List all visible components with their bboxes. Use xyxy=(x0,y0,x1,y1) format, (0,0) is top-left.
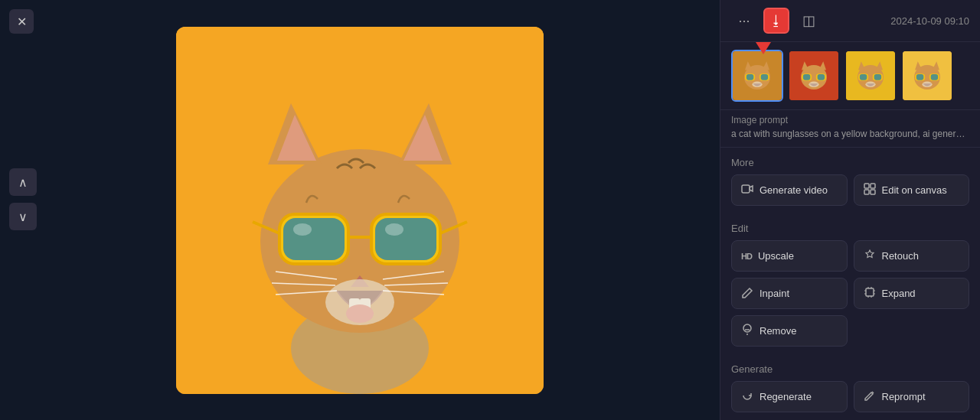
svg-point-35 xyxy=(752,82,762,88)
retouch-button[interactable]: Retouch xyxy=(854,240,970,272)
image-prompt-label: Image prompt xyxy=(720,110,980,129)
generate-buttons: Regenerate Reprompt xyxy=(720,381,980,420)
download-icon: ⭳ xyxy=(769,13,783,29)
main-area: ✕ ∧ ∨ xyxy=(0,0,720,420)
svg-rect-63 xyxy=(742,185,750,193)
svg-rect-66 xyxy=(864,190,869,194)
generate-video-label: Generate video xyxy=(760,184,828,196)
remove-label: Remove xyxy=(760,325,796,337)
regenerate-label: Regenerate xyxy=(760,391,812,402)
reprompt-label: Reprompt xyxy=(882,391,926,402)
svg-rect-11 xyxy=(375,218,436,260)
svg-rect-10 xyxy=(283,218,345,260)
inpaint-label: Inpaint xyxy=(760,288,789,299)
chevron-up-icon: ∧ xyxy=(18,175,28,190)
reprompt-icon xyxy=(864,389,876,404)
more-icon: ··· xyxy=(738,13,750,29)
more-button[interactable]: ··· xyxy=(731,8,757,34)
svg-point-53 xyxy=(865,82,875,88)
edit-buttons: HD Upscale Retouch Inpaint xyxy=(720,240,980,354)
regenerate-button[interactable]: Regenerate xyxy=(731,381,848,412)
expand-button[interactable]: Expand xyxy=(854,278,970,309)
section-generate-label: Generate xyxy=(720,354,980,381)
hd-icon: HD xyxy=(741,252,752,261)
video-icon xyxy=(741,183,753,197)
download-button[interactable]: ⭳ xyxy=(763,8,789,34)
section-more-label: More xyxy=(720,148,980,174)
nav-up-button[interactable]: ∧ xyxy=(9,168,37,196)
edit-on-canvas-label: Edit on canvas xyxy=(882,184,947,196)
expand-label: Expand xyxy=(882,288,916,299)
svg-rect-33 xyxy=(746,74,753,80)
upscale-label: Upscale xyxy=(758,250,794,262)
bookmark-icon: ◫ xyxy=(802,12,815,29)
canvas-icon xyxy=(864,183,876,197)
thumbnail-2[interactable] xyxy=(788,50,840,102)
remove-button[interactable]: Remove xyxy=(731,315,848,347)
download-indicator xyxy=(756,42,771,54)
svg-rect-67 xyxy=(871,190,875,194)
svg-point-13 xyxy=(385,223,403,236)
close-icon: ✕ xyxy=(17,15,27,29)
thumbnail-3[interactable] xyxy=(844,50,897,102)
toolbar: ··· ⭳ ◫ 2024-10-09 09:10 xyxy=(720,0,980,42)
remove-icon xyxy=(741,324,753,338)
upscale-button[interactable]: HD Upscale xyxy=(731,240,848,272)
section-edit-label: Edit xyxy=(720,213,980,240)
nav-down-button[interactable]: ∨ xyxy=(9,203,37,230)
thumbnail-4[interactable] xyxy=(901,50,953,102)
svg-rect-52 xyxy=(874,74,881,80)
svg-rect-34 xyxy=(761,74,768,80)
svg-rect-42 xyxy=(803,74,810,80)
svg-point-20 xyxy=(325,279,394,325)
svg-rect-61 xyxy=(931,74,938,80)
expand-icon xyxy=(864,286,876,301)
close-button[interactable]: ✕ xyxy=(9,9,34,34)
svg-rect-60 xyxy=(916,74,923,80)
bookmark-button[interactable]: ◫ xyxy=(795,8,822,34)
inpaint-icon xyxy=(741,286,753,301)
main-image xyxy=(176,27,544,394)
image-prompt-text: a cat with sunglasses on a yellow backgr… xyxy=(720,129,980,148)
generate-video-button[interactable]: Generate video xyxy=(731,174,848,206)
svg-rect-65 xyxy=(871,184,875,188)
reprompt-button[interactable]: Reprompt xyxy=(854,381,970,412)
thumbnail-1[interactable] xyxy=(731,50,783,102)
chevron-down-icon: ∨ xyxy=(18,210,28,224)
inpaint-button[interactable]: Inpaint xyxy=(731,278,848,309)
regenerate-icon xyxy=(741,389,753,404)
svg-point-62 xyxy=(922,82,932,88)
more-buttons: Generate video Edit on canvas xyxy=(720,174,980,213)
svg-rect-68 xyxy=(866,288,874,296)
svg-point-12 xyxy=(293,223,312,236)
retouch-label: Retouch xyxy=(882,250,919,262)
svg-rect-64 xyxy=(864,184,869,188)
svg-point-44 xyxy=(808,82,818,88)
svg-rect-43 xyxy=(818,74,825,80)
retouch-icon xyxy=(864,249,876,263)
right-panel: ··· ⭳ ◫ 2024-10-09 09:10 xyxy=(720,0,980,420)
svg-rect-51 xyxy=(860,74,867,80)
edit-on-canvas-button[interactable]: Edit on canvas xyxy=(854,174,970,206)
timestamp: 2024-10-09 09:10 xyxy=(890,15,969,27)
